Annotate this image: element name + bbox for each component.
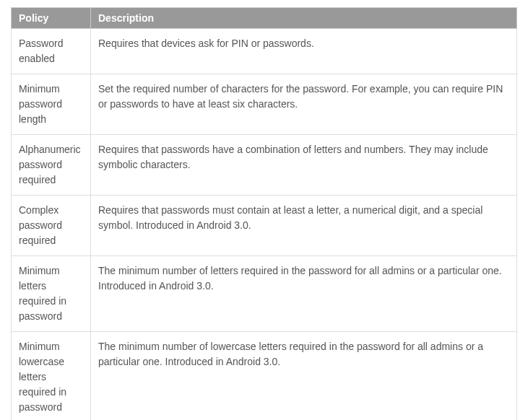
policy-table: Policy Description Password enabled Requ…: [11, 7, 517, 420]
cell-policy: Minimum letters required in password: [12, 256, 91, 332]
cell-policy: Minimum password length: [12, 74, 91, 135]
header-description: Description: [91, 8, 517, 29]
cell-policy: Password enabled: [12, 29, 91, 74]
cell-policy: Alphanumeric password required: [12, 135, 91, 196]
cell-description: Set the required number of characters fo…: [91, 74, 517, 135]
cell-description: Requires that passwords have a combinati…: [91, 135, 517, 196]
cell-description: Requires that passwords must contain at …: [91, 196, 517, 256]
table-row: Password enabled Requires that devices a…: [12, 29, 517, 74]
table-row: Minimum lowercase letters required in pa…: [12, 332, 517, 421]
cell-description: Requires that devices ask for PIN or pas…: [91, 29, 517, 74]
cell-policy: Minimum lowercase letters required in pa…: [12, 332, 91, 421]
cell-description: The minimum number of lowercase letters …: [91, 332, 517, 421]
table-row: Minimum letters required in password The…: [12, 256, 517, 332]
table-row: Alphanumeric password required Requires …: [12, 135, 517, 196]
cell-description: The minimum number of letters required i…: [91, 256, 517, 332]
table-row: Complex password required Requires that …: [12, 196, 517, 256]
table-header-row: Policy Description: [12, 8, 517, 29]
header-policy: Policy: [12, 8, 91, 29]
cell-policy: Complex password required: [12, 196, 91, 256]
table-row: Minimum password length Set the required…: [12, 74, 517, 135]
